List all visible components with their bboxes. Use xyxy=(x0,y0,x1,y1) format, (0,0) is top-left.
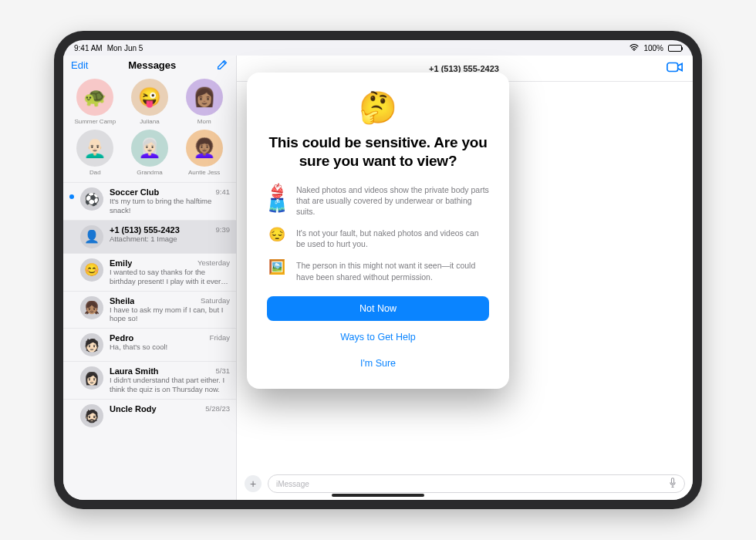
pinned-contact[interactable]: 👨🏻‍🦲Dad xyxy=(68,130,123,176)
conversation-preview: I wanted to say thanks for the birthday … xyxy=(110,268,230,286)
ipad-frame: 9:41 AM Mon Jun 5 100% Edit Messages xyxy=(54,31,702,509)
pin-label: Mom xyxy=(197,118,211,125)
info-text: It's not your fault, but naked photos an… xyxy=(296,228,489,249)
conversation-name: +1 (513) 555-2423 xyxy=(110,225,180,235)
dictate-icon[interactable] xyxy=(669,478,677,490)
avatar: 👩🏻 xyxy=(80,366,103,390)
conversation-list[interactable]: ⚽ Soccer Club 9:41 It's my turn to bring… xyxy=(63,182,236,500)
avatar: 😜 xyxy=(131,79,168,116)
conversation-time: 5/31 xyxy=(216,366,231,376)
conversation-name: Laura Smith xyxy=(110,366,159,376)
conversation-name: Uncle Rody xyxy=(110,404,157,413)
compose-icon[interactable] xyxy=(216,59,228,71)
svg-rect-2 xyxy=(671,478,673,484)
conversation-row[interactable]: ⚽ Soccer Club 9:41 It's my turn to bring… xyxy=(63,182,236,220)
status-time: 9:41 AM xyxy=(74,44,103,52)
conversation-preview: I didn't understand that part either. I … xyxy=(110,376,230,394)
screen: 9:41 AM Mon Jun 5 100% Edit Messages xyxy=(63,40,693,500)
conversation-time: Saturday xyxy=(201,296,230,305)
ways-to-get-help-button[interactable]: Ways to Get Help xyxy=(267,327,489,347)
pinned-contact[interactable]: 👩🏽Mom xyxy=(177,79,231,125)
plus-icon[interactable]: + xyxy=(245,475,262,492)
pin-label: Juliana xyxy=(140,118,159,125)
pin-label: Grandma xyxy=(137,169,162,176)
info-row: 😔It's not your fault, but naked photos a… xyxy=(267,228,489,249)
avatar: 👩🏽 xyxy=(186,79,223,116)
pin-label: Dad xyxy=(89,169,101,176)
battery-pct: 100% xyxy=(643,44,663,52)
conversation-row[interactable]: 🧑🏻 Pedro Friday Ha, that's so cool! xyxy=(63,328,236,361)
conversation-name: Emily xyxy=(110,258,132,268)
conversation-name: Soccer Club xyxy=(110,187,159,197)
avatar: 🧑🏻 xyxy=(80,333,103,356)
info-icon: 😔 xyxy=(267,228,287,241)
pin-label: Auntie Jess xyxy=(188,169,220,176)
pinned-row: 🐢Summer Camp😜Juliana👩🏽Mom👨🏻‍🦲Dad👩🏻‍🦳Gran… xyxy=(63,76,236,182)
sheet-title: This could be sensitive. Are you sure yo… xyxy=(267,133,489,170)
conversation-name: Pedro xyxy=(110,333,133,343)
status-bar: 9:41 AM Mon Jun 5 100% xyxy=(63,40,693,56)
conversation-row[interactable]: 👧🏽 Sheila Saturday I have to ask my mom … xyxy=(63,291,236,329)
compose-input[interactable]: iMessage xyxy=(268,474,685,493)
svg-point-0 xyxy=(634,49,636,51)
conversation-row[interactable]: 👤 +1 (513) 555-2423 9:39 Attachment: 1 I… xyxy=(63,220,236,253)
info-icon: 🖼️ xyxy=(267,260,287,274)
avatar: 👤 xyxy=(80,225,103,248)
conversation-title[interactable]: +1 (513) 555-2423 xyxy=(262,64,667,73)
conversation-time: 5/28/23 xyxy=(205,404,230,413)
conversation-time: 9:39 xyxy=(216,225,231,235)
conversation-time: 9:41 xyxy=(216,187,231,197)
conversation-row[interactable]: 😊 Emily Yesterday I wanted to say thanks… xyxy=(63,253,236,291)
status-date: Mon Jun 5 xyxy=(107,44,143,52)
sidebar-title: Messages xyxy=(128,59,176,71)
info-icon: 👙🩳 xyxy=(267,184,287,212)
pinned-contact[interactable]: 👩🏻‍🦳Grandma xyxy=(123,130,177,176)
avatar: 🐢 xyxy=(76,79,113,116)
avatar: 👧🏽 xyxy=(80,296,103,319)
not-now-button[interactable]: Not Now xyxy=(267,296,489,321)
home-indicator[interactable] xyxy=(332,494,424,497)
pinned-contact[interactable]: 😜Juliana xyxy=(123,79,177,125)
thinking-emoji-icon: 🤔 xyxy=(267,89,489,126)
conversation-preview: Ha, that's so cool! xyxy=(110,343,230,352)
battery-icon xyxy=(668,45,682,52)
conversation-preview: It's my turn to bring the halftime snack… xyxy=(110,197,230,215)
conversation-time: Yesterday xyxy=(197,258,230,268)
info-row: 👙🩳Naked photos and videos show the priva… xyxy=(267,184,489,218)
avatar: ⚽ xyxy=(80,187,103,211)
edit-button[interactable]: Edit xyxy=(71,59,88,71)
avatar: 👩🏽‍🦱 xyxy=(186,130,223,167)
facetime-icon[interactable] xyxy=(667,61,683,76)
messages-sidebar: Edit Messages 🐢Summer Camp😜Juliana👩🏽Mom👨… xyxy=(63,56,237,500)
conversation-time: Friday xyxy=(210,333,230,343)
unread-dot xyxy=(69,194,74,199)
pin-label: Summer Camp xyxy=(74,118,116,125)
conversation-preview: Attachment: 1 Image xyxy=(110,235,230,244)
conversation-name: Sheila xyxy=(110,296,134,305)
im-sure-button[interactable]: I'm Sure xyxy=(267,353,489,373)
avatar: 👩🏻‍🦳 xyxy=(131,130,168,167)
svg-rect-1 xyxy=(667,62,678,71)
sensitive-content-sheet: 🤔 This could be sensitive. Are you sure … xyxy=(247,73,509,389)
conversation-row[interactable]: 🧔🏻 Uncle Rody 5/28/23 xyxy=(63,399,236,432)
pinned-contact[interactable]: 🐢Summer Camp xyxy=(68,79,123,125)
info-text: Naked photos and videos show the private… xyxy=(296,184,489,218)
info-row: 🖼️The person in this might not want it s… xyxy=(267,260,489,282)
avatar: 🧔🏻 xyxy=(80,404,103,427)
avatar: 😊 xyxy=(80,258,103,282)
compose-bar: + iMessage xyxy=(237,472,693,500)
conversation-row[interactable]: 👩🏻 Laura Smith 5/31 I didn't understand … xyxy=(63,361,236,399)
avatar: 👨🏻‍🦲 xyxy=(76,130,113,167)
pinned-contact[interactable]: 👩🏽‍🦱Auntie Jess xyxy=(177,130,231,176)
conversation-preview: I have to ask my mom if I can, but I hop… xyxy=(110,305,230,324)
info-text: The person in this might not want it see… xyxy=(296,260,489,282)
wifi-icon xyxy=(629,44,639,52)
compose-placeholder: iMessage xyxy=(276,480,309,488)
